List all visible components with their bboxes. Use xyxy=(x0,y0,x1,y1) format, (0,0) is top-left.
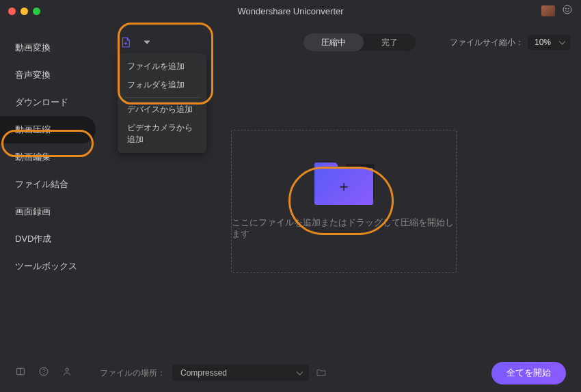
open-folder-button[interactable] xyxy=(316,367,327,380)
start-all-label: 全てを開始 xyxy=(506,368,551,378)
file-size-reduce: ファイルサイ縮小： 10% xyxy=(450,35,570,50)
dropdown-item-label: フォルダを追加 xyxy=(127,80,185,89)
dropdown-item-add-file[interactable]: ファイルを追加 xyxy=(120,57,204,76)
sidebar-item-download[interactable]: ダウンロード xyxy=(0,89,96,116)
sidebar-item-video-edit[interactable]: 動画編集 xyxy=(0,143,96,171)
svg-point-5 xyxy=(44,374,44,374)
sidebar-item-file-merge[interactable]: ファイル結合 xyxy=(0,171,96,198)
sidebar-item-video-compress[interactable]: 動画圧縮 xyxy=(0,116,96,143)
dropzone-text: ここにファイルを追加またはドラッグして圧縮を開始します xyxy=(232,217,456,240)
dropdown-item-add-folder[interactable]: フォルダを追加 xyxy=(120,76,204,94)
sidebar-item-label: ファイル結合 xyxy=(15,179,68,189)
dropdown-separator xyxy=(124,97,200,98)
location-value: Compressed xyxy=(180,368,227,378)
tab-done[interactable]: 完了 xyxy=(364,33,416,51)
status-tabs: 圧縮中 完了 xyxy=(303,33,416,51)
sidebar-item-label: 画面録画 xyxy=(15,206,51,216)
dropzone[interactable]: ＋ ここにファイルを追加またはドラッグして圧縮を開始します xyxy=(231,130,457,273)
sidebar-item-label: 動画変換 xyxy=(15,42,51,53)
app-title: Wondershare Uniconverter xyxy=(0,6,581,16)
dropdown-item-label: ファイルを追加 xyxy=(127,61,185,71)
sidebar: 動画変換 音声変換 ダウンロード 動画圧縮 動画編集 ファイル結合 画面録画 D… xyxy=(0,22,109,354)
svg-point-6 xyxy=(66,368,68,371)
dropdown-item-label: ビデオカメラから追加 xyxy=(127,123,193,144)
dropdown-item-label: デバイスから追加 xyxy=(127,104,193,114)
start-all-button[interactable]: 全てを開始 xyxy=(491,362,566,384)
sidebar-item-label: ツールボックス xyxy=(15,261,77,271)
tutorial-icon[interactable] xyxy=(15,366,26,380)
tab-compressing[interactable]: 圧縮中 xyxy=(303,33,364,51)
sidebar-item-label: 音声変換 xyxy=(15,70,51,80)
add-file-dropdown: ファイルを追加 フォルダを追加 デバイスから追加 ビデオカメラから追加 xyxy=(118,53,206,153)
toolbar: 圧縮中 完了 ファイルサイ縮小： 10% xyxy=(118,30,570,55)
sidebar-item-label: ダウンロード xyxy=(15,97,68,107)
reduce-label: ファイルサイ縮小： xyxy=(450,37,524,48)
plus-icon: ＋ xyxy=(336,176,351,197)
sidebar-item-toolbox[interactable]: ツールボックス xyxy=(0,253,96,280)
location-label: ファイルの場所： xyxy=(100,367,165,379)
dropdown-item-add-from-device[interactable]: デバイスから追加 xyxy=(120,100,204,119)
bottom-bar: ファイルの場所： Compressed 全てを開始 xyxy=(0,354,581,392)
sidebar-item-label: DVD作成 xyxy=(15,234,51,244)
help-icon[interactable] xyxy=(38,366,49,380)
sidebar-item-video-convert[interactable]: 動画変換 xyxy=(0,34,96,61)
sidebar-item-label: 動画編集 xyxy=(15,152,51,162)
add-file-button[interactable] xyxy=(118,34,134,51)
reduce-select[interactable]: 10% xyxy=(528,35,570,50)
main: 圧縮中 完了 ファイルサイ縮小： 10% ファイルを追加 フォルダを追加 デバイ… xyxy=(109,22,581,354)
sidebar-item-screen-record[interactable]: 画面録画 xyxy=(0,198,96,225)
reduce-value: 10% xyxy=(535,38,551,47)
account-icon[interactable] xyxy=(62,366,72,380)
titlebar: Wondershare Uniconverter xyxy=(0,0,581,22)
dropdown-item-add-from-camcorder[interactable]: ビデオカメラから追加 xyxy=(120,119,204,149)
add-file-dropdown-toggle[interactable] xyxy=(142,38,152,47)
add-folder-icon[interactable]: ＋ xyxy=(314,163,373,205)
tab-label: 圧縮中 xyxy=(321,37,346,48)
sidebar-item-audio-convert[interactable]: 音声変換 xyxy=(0,61,96,89)
sidebar-item-dvd-create[interactable]: DVD作成 xyxy=(0,225,96,253)
sidebar-item-label: 動画圧縮 xyxy=(15,124,51,135)
location-select[interactable]: Compressed xyxy=(172,365,309,381)
tab-label: 完了 xyxy=(381,37,398,48)
